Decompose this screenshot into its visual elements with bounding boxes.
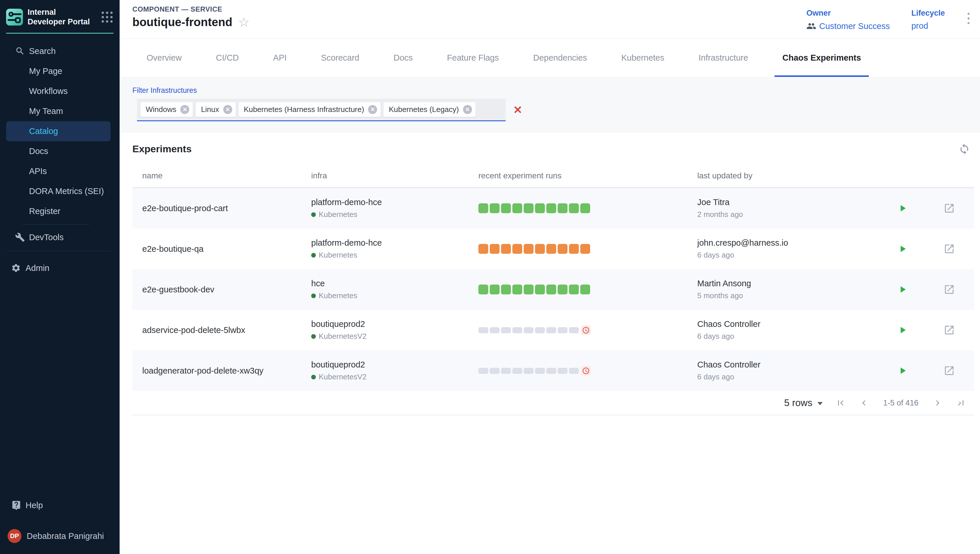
open-experiment-icon[interactable] <box>943 324 955 336</box>
run-square-empty[interactable] <box>479 327 488 333</box>
run-square-passed[interactable] <box>569 203 579 213</box>
tab-ci-cd[interactable]: CI/CD <box>208 39 247 77</box>
run-experiment-button[interactable] <box>897 203 908 214</box>
run-square-empty[interactable] <box>546 368 556 374</box>
sidebar-item-search[interactable]: Search <box>0 41 120 61</box>
run-square-failed[interactable] <box>524 244 533 254</box>
run-square-passed[interactable] <box>512 285 522 295</box>
overdue-clock-icon[interactable] <box>581 325 591 335</box>
run-square-passed[interactable] <box>535 203 545 213</box>
open-experiment-icon[interactable] <box>943 284 955 295</box>
run-square-passed[interactable] <box>558 285 568 295</box>
chip-remove-icon[interactable]: ✕ <box>368 105 377 114</box>
sidebar-item-apis[interactable]: APIs <box>0 161 120 181</box>
sidebar-item-my-team[interactable]: My Team <box>0 101 120 121</box>
run-square-failed[interactable] <box>558 244 568 254</box>
run-square-empty[interactable] <box>490 327 500 333</box>
open-experiment-icon[interactable] <box>943 243 955 255</box>
tab-kubernetes[interactable]: Kubernetes <box>613 39 672 77</box>
tab-scorecard[interactable]: Scorecard <box>313 39 367 77</box>
run-square-passed[interactable] <box>524 285 533 295</box>
run-square-empty[interactable] <box>558 327 568 333</box>
run-square-passed[interactable] <box>580 285 590 295</box>
run-square-empty[interactable] <box>535 368 545 374</box>
run-square-passed[interactable] <box>546 203 556 213</box>
run-square-empty[interactable] <box>546 327 556 333</box>
run-square-empty[interactable] <box>512 368 522 374</box>
chip-remove-icon[interactable]: ✕ <box>223 105 232 114</box>
run-experiment-button[interactable] <box>897 365 908 376</box>
chip-remove-icon[interactable]: ✕ <box>180 105 189 114</box>
run-square-empty[interactable] <box>501 368 511 374</box>
run-square-empty[interactable] <box>490 368 500 374</box>
tab-overview[interactable]: Overview <box>139 39 190 77</box>
run-square-passed[interactable] <box>490 203 500 213</box>
run-square-failed[interactable] <box>490 244 500 254</box>
owner-link[interactable]: Customer Success <box>806 21 890 31</box>
sidebar-item-admin[interactable]: Admin <box>0 258 120 278</box>
overdue-clock-icon[interactable] <box>581 366 591 376</box>
rows-per-page-select[interactable]: 5 rows <box>784 397 823 408</box>
sidebar-item-workflows[interactable]: Workflows <box>0 81 120 101</box>
run-square-empty[interactable] <box>501 327 511 333</box>
run-experiment-button[interactable] <box>897 325 908 336</box>
tab-api[interactable]: API <box>265 39 295 77</box>
filter-chip-kubernetes-harness-infrastructure[interactable]: Kubernetes (Harness Infrastructure)✕ <box>239 102 381 117</box>
filter-chip-linux[interactable]: Linux✕ <box>196 102 235 117</box>
sidebar-item-register[interactable]: Register <box>0 201 120 221</box>
run-experiment-button[interactable] <box>897 244 908 255</box>
run-square-passed[interactable] <box>501 285 511 295</box>
filter-infrastructures-link[interactable]: Filter Infrastructures <box>132 86 197 95</box>
infrastructure-filter-input[interactable]: Windows✕Linux✕Kubernetes (Harness Infras… <box>137 99 506 121</box>
run-square-empty[interactable] <box>535 327 545 333</box>
table-row[interactable]: e2e-guestbook-dev hce Kubernetes Martin … <box>132 269 974 310</box>
sidebar-item-dora-metrics-sei[interactable]: DORA Metrics (SEI) <box>0 181 120 201</box>
run-square-passed[interactable] <box>479 203 488 213</box>
run-square-empty[interactable] <box>569 368 579 374</box>
apps-grid-icon[interactable] <box>102 11 113 22</box>
run-square-passed[interactable] <box>535 285 545 295</box>
sidebar-item-my-page[interactable]: My Page <box>0 61 120 81</box>
run-square-failed[interactable] <box>546 244 556 254</box>
next-page-icon[interactable] <box>932 398 943 408</box>
run-square-passed[interactable] <box>479 285 488 295</box>
table-row[interactable]: loadgenerator-pod-delete-xw3qy boutiquep… <box>132 350 974 391</box>
run-square-empty[interactable] <box>524 327 533 333</box>
run-square-passed[interactable] <box>569 285 579 295</box>
tab-feature-flags[interactable]: Feature Flags <box>439 39 507 77</box>
run-square-passed[interactable] <box>524 203 533 213</box>
table-row[interactable]: adservice-pod-delete-5lwbx boutiqueprod2… <box>132 310 974 350</box>
more-options-icon[interactable] <box>967 9 970 24</box>
run-square-passed[interactable] <box>490 285 500 295</box>
clear-filters-icon[interactable]: ✕ <box>513 104 522 115</box>
tab-chaos-experiments[interactable]: Chaos Experiments <box>774 39 869 77</box>
run-experiment-button[interactable] <box>897 284 908 295</box>
run-square-failed[interactable] <box>512 244 522 254</box>
run-square-passed[interactable] <box>501 203 511 213</box>
run-square-empty[interactable] <box>524 368 533 374</box>
tab-infrastructure[interactable]: Infrastructure <box>691 39 756 77</box>
run-square-failed[interactable] <box>580 244 590 254</box>
open-experiment-icon[interactable] <box>943 365 955 376</box>
filter-chip-windows[interactable]: Windows✕ <box>140 102 193 117</box>
open-experiment-icon[interactable] <box>943 202 955 214</box>
chip-remove-icon[interactable]: ✕ <box>463 105 472 114</box>
tab-docs[interactable]: Docs <box>386 39 421 77</box>
user-menu[interactable]: DP Debabrata Panigrahi <box>0 527 120 545</box>
run-square-empty[interactable] <box>558 368 568 374</box>
run-square-failed[interactable] <box>479 244 488 254</box>
run-square-empty[interactable] <box>569 327 579 333</box>
table-row[interactable]: e2e-boutique-qa platform-demo-hce Kubern… <box>132 229 974 269</box>
sidebar-item-catalog[interactable]: Catalog <box>6 121 110 141</box>
help-button[interactable]: Help <box>0 497 120 514</box>
last-page-icon[interactable] <box>956 398 966 408</box>
refresh-icon[interactable] <box>959 143 970 155</box>
run-square-empty[interactable] <box>479 368 488 374</box>
run-square-passed[interactable] <box>558 203 568 213</box>
first-page-icon[interactable] <box>835 398 846 408</box>
run-square-failed[interactable] <box>569 244 579 254</box>
run-square-failed[interactable] <box>501 244 511 254</box>
tab-dependencies[interactable]: Dependencies <box>525 39 595 77</box>
filter-chip-kubernetes-legacy[interactable]: Kubernetes (Legacy)✕ <box>383 102 475 117</box>
table-row[interactable]: e2e-boutique-prod-cart platform-demo-hce… <box>132 188 974 229</box>
